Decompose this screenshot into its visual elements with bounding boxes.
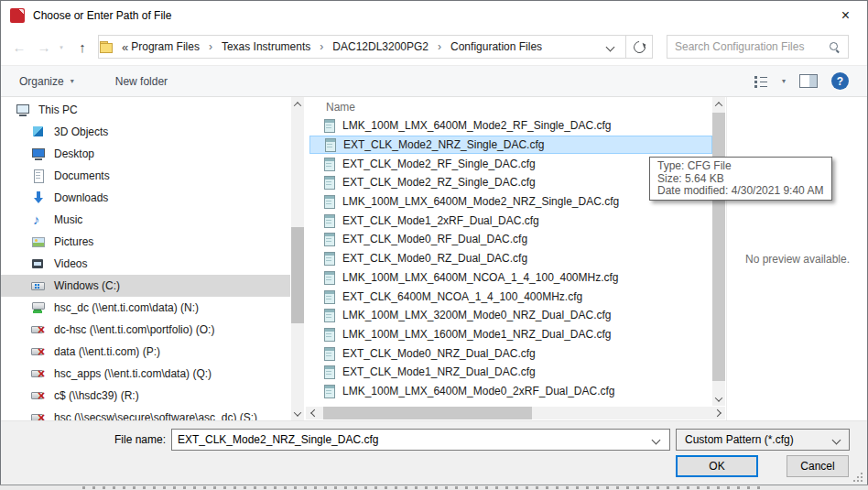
preview-message: No preview available. (745, 253, 850, 266)
file-row[interactable]: EXT_CLK_Mode0_RF_Dual_DAC.cfg (309, 230, 712, 249)
close-button[interactable]: × (825, 2, 866, 28)
sidebar-item-pictures[interactable]: Pictures (1, 231, 290, 253)
sidebar-item-hsc-dc-n[interactable]: hsc_dc (\\ent.ti.com\data) (N:) (1, 297, 290, 319)
search-input[interactable] (667, 40, 829, 53)
navigation-pane: This PC 3D Objects Desktop Documents Dow… (1, 99, 290, 420)
3d-objects-icon (31, 125, 46, 139)
sidebar-item-downloads[interactable]: Downloads (1, 187, 290, 209)
sidebar-item-label: Pictures (54, 235, 93, 248)
scroll-down-button[interactable] (712, 392, 725, 406)
sidebar-item-data-p[interactable]: data (\\ent.ti.com) (P:) (1, 341, 290, 363)
file-row[interactable]: EXT_CLK_Mode0_RZ_Dual_DAC.cfg (309, 249, 712, 268)
tooltip-size: Size: 5.64 KB (657, 173, 824, 186)
scroll-up-button[interactable] (291, 97, 304, 111)
file-type-filter-dropdown[interactable]: Custom Pattern (*.cfg) (676, 429, 850, 451)
chevron-down-icon[interactable] (652, 435, 661, 444)
new-folder-button[interactable]: New folder (115, 75, 168, 88)
sidebar-scrollbar[interactable] (291, 97, 304, 420)
scroll-left-button[interactable] (306, 407, 320, 419)
command-bar: Organize ▾ New folder ▾ ? (1, 65, 867, 97)
column-header-name[interactable]: Name (306, 97, 712, 116)
file-name-combobox (171, 429, 670, 451)
file-row[interactable]: EXT_CLK_Mode1_NRZ_Dual_DAC.cfg (309, 363, 712, 382)
sidebar-item-hsc-s[interactable]: hsc (\\secsw\secure\software\asc_dc) (S:… (1, 407, 290, 420)
file-name: EXT_CLK_Mode0_NRZ_Dual_DAC.cfg (342, 347, 536, 360)
sidebar-item-music[interactable]: Music (1, 209, 290, 231)
chevron-down-icon[interactable]: ▾ (782, 77, 786, 85)
breadcrumb-item-configuration-files[interactable]: Configuration Files (448, 40, 545, 53)
up-button[interactable]: ↑ (71, 29, 93, 65)
scroll-right-button[interactable] (711, 407, 725, 419)
sidebar-item-label: This PC (38, 103, 78, 116)
change-view-icon[interactable] (754, 75, 768, 87)
breadcrumb-item-texas-instruments[interactable]: Texas Instruments (219, 40, 313, 53)
file-row[interactable]: LMK_100M_LMX_6400M_NCOA_1_4_100_400MHz.c… (309, 268, 712, 288)
refresh-button[interactable] (625, 35, 653, 59)
file-name-input[interactable] (172, 432, 653, 447)
file-row-selected[interactable]: EXT_CLK_Mode2_NRZ_Single_DAC.cfg (309, 136, 712, 155)
sidebar-item-desktop[interactable]: Desktop (1, 143, 290, 165)
sidebar-item-windows-c[interactable]: Windows (C:) (1, 275, 290, 297)
organize-button[interactable]: Organize ▾ (19, 75, 74, 88)
file-name: LMK_100M_LMX_6400M_NCOA_1_4_100_400MHz.c… (342, 271, 619, 284)
sidebar-item-dc-hsc-o[interactable]: dc-hsc (\\ent.ti.com\portfolio) (O:) (1, 319, 290, 341)
ok-button[interactable]: OK (676, 455, 758, 477)
sidebar-item-label: dc-hsc (\\ent.ti.com\portfolio) (O:) (54, 323, 214, 336)
breadcrumb-separator[interactable]: › (313, 40, 330, 53)
breadcrumb-overflow[interactable]: « (122, 40, 128, 54)
recent-locations-button[interactable]: ▾ (55, 29, 68, 65)
sidebar-item-hsc-apps-q[interactable]: hsc_apps (\\ent.ti.com\data) (Q:) (1, 363, 290, 385)
scrollbar-thumb[interactable] (323, 407, 532, 419)
address-dropdown-button[interactable] (607, 40, 613, 53)
computer-icon (16, 103, 30, 117)
sidebar-item-label: Desktop (54, 147, 94, 160)
sidebar-item-videos[interactable]: Videos (1, 253, 290, 275)
sidebar-item-label: hsc_apps (\\ent.ti.com\data) (Q:) (54, 367, 212, 380)
help-icon[interactable]: ? (831, 72, 849, 90)
breadcrumb-item-dac12dl3200pg2[interactable]: DAC12DL3200PG2 (330, 40, 431, 53)
cfg-file-icon (322, 194, 337, 209)
disconnected-drive-icon (31, 322, 46, 337)
chevron-down-icon (606, 43, 615, 52)
file-name: LMK_100M_LMX_3200M_Mode0_NRZ_Dual_DAC.cf… (342, 309, 611, 321)
file-row[interactable]: LMK_100M_LMX_3200M_Mode0_NRZ_Dual_DAC.cf… (309, 306, 712, 325)
sidebar-item-documents[interactable]: Documents (1, 165, 290, 187)
tooltip-type: Type: CFG File (657, 160, 824, 173)
navigation-bar: ← → ▾ ↑ « Program Files › Texas Instrume… (1, 29, 867, 65)
forward-button[interactable]: → (33, 29, 55, 65)
preview-pane-icon[interactable] (799, 74, 818, 88)
chevron-down-icon (832, 435, 841, 444)
sidebar-item-3d-objects[interactable]: 3D Objects (1, 121, 290, 143)
list-vertical-scrollbar[interactable] (712, 97, 725, 406)
cancel-button[interactable]: Cancel (787, 455, 849, 477)
file-name: EXT_CLK_6400M_NCOA_1_4_100_400MHz.cfg (342, 290, 582, 303)
breadcrumb[interactable]: « Program Files › Texas Instruments › DA… (98, 35, 626, 59)
list-horizontal-scrollbar[interactable] (306, 407, 725, 419)
app-icon (10, 8, 25, 23)
sidebar-item-c-dollar-r[interactable]: c$ (\\hsdc39) (R:) (1, 385, 290, 407)
documents-icon (31, 169, 46, 183)
scrollbar-thumb[interactable] (291, 227, 304, 323)
title-bar[interactable]: Choose or Enter Path of File (1, 1, 867, 29)
file-row[interactable]: EXT_CLK_Mode0_NRZ_Dual_DAC.cfg (309, 343, 712, 363)
search-icon[interactable] (829, 41, 841, 53)
file-row[interactable]: LMK_100M_LMX_1600M_Mode1_NRZ_Dual_DAC.cf… (309, 325, 712, 344)
scrollbar-thumb[interactable] (712, 113, 725, 381)
back-button[interactable]: ← (8, 29, 30, 65)
file-row[interactable]: EXT_CLK_6400M_NCOA_1_4_100_400MHz.cfg (309, 287, 712, 306)
sidebar-item-this-pc[interactable]: This PC (1, 99, 290, 121)
file-row[interactable]: LMK_100M_LMX_6400M_Mode2_RF_Single_DAC.c… (309, 116, 712, 136)
cfg-file-icon (322, 270, 337, 285)
breadcrumb-item-program-files[interactable]: Program Files (128, 40, 202, 53)
cancel-label: Cancel (800, 460, 834, 473)
cfg-file-icon (322, 118, 337, 133)
main-area: This PC 3D Objects Desktop Documents Dow… (1, 97, 867, 420)
resize-grip[interactable] (852, 472, 863, 482)
file-row[interactable]: LMK_100M_LMX_6400M_Mode0_2xRF_Dual_DAC.c… (309, 382, 712, 401)
scroll-up-button[interactable] (712, 97, 725, 111)
scroll-down-button[interactable] (291, 407, 304, 420)
breadcrumb-separator[interactable]: › (202, 40, 219, 53)
file-row[interactable]: EXT_CLK_Mode1_2xRF_Dual_DAC.cfg (309, 211, 712, 230)
background-window-sliver (0, 485, 868, 490)
breadcrumb-separator[interactable]: › (431, 40, 448, 53)
